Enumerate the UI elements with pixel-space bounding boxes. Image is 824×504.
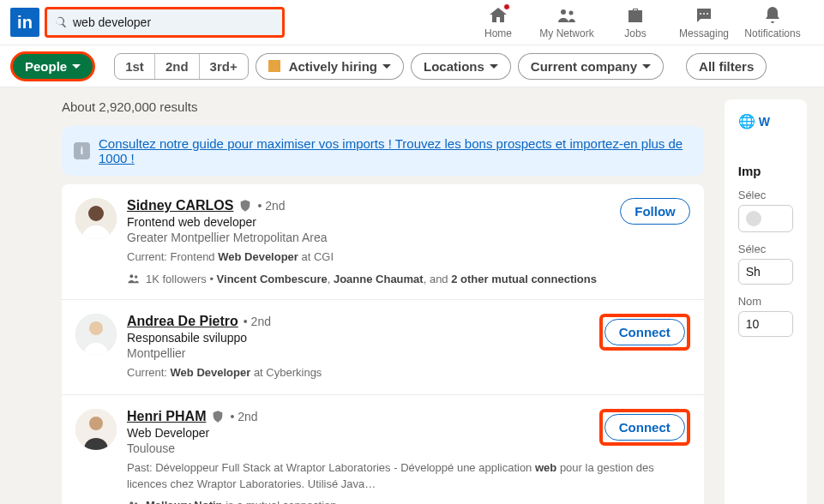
sidebar-panel: 🌐 W Imp Sélec Sélec Sh Nom 10 [725, 99, 807, 504]
caret-down-icon [72, 64, 81, 69]
person-headline: Frontend web developer [127, 215, 690, 229]
person-name[interactable]: Henri PHAM [127, 409, 206, 424]
info-banner-link[interactable]: Consultez notre guide pour maximiser vos… [99, 136, 692, 165]
filter-1st[interactable]: 1st [115, 54, 155, 79]
info-banner: i Consultez notre guide pour maximiser v… [62, 126, 704, 176]
caret-down-icon [490, 64, 498, 69]
verified-icon [238, 199, 252, 213]
connection-degree: • 2nd [230, 410, 257, 423]
highlight-annotation: Connect [599, 314, 690, 351]
svg-point-2 [700, 13, 701, 15]
search-icon [54, 15, 68, 29]
filter-current-company[interactable]: Current company [518, 53, 664, 80]
person-past: Past: Développeur Full Stack at Wraptor … [127, 460, 690, 491]
person-current: Current: Web Developer at Cyberkings [127, 365, 690, 381]
svg-point-1 [569, 11, 574, 15]
caret-down-icon [642, 64, 651, 69]
people-icon [127, 272, 141, 285]
svg-point-4 [707, 13, 708, 15]
nav-messaging[interactable]: Messaging [670, 5, 738, 39]
nav-home-label: Home [484, 27, 512, 39]
filter-hiring-label: Actively hiring [289, 59, 377, 74]
sidebar-heading: Imp [738, 164, 793, 178]
connection-degree-filter[interactable]: 1st 2nd 3rd+ [114, 53, 248, 80]
person-location: Greater Montpellier Metropolitan Area [127, 231, 690, 244]
sidebar-label: Nom [738, 295, 793, 308]
linkedin-logo[interactable]: in [10, 8, 39, 37]
sidebar-input[interactable]: 10 [738, 311, 793, 337]
mutual-connections[interactable]: 1K followers • Vincent Combescure, Joann… [127, 272, 690, 285]
svg-point-10 [89, 321, 103, 335]
svg-point-3 [703, 13, 705, 15]
svg-point-6 [88, 206, 104, 221]
nav-network-label: My Network [539, 27, 593, 39]
result-item: Sidney CARLOS • 2nd Frontend web develop… [62, 184, 704, 300]
filter-3rd[interactable]: 3rd+ [200, 54, 248, 79]
network-icon [556, 5, 577, 26]
results-list: Sidney CARLOS • 2nd Frontend web develop… [62, 184, 704, 504]
filter-locations-label: Locations [424, 59, 484, 74]
filter-2nd[interactable]: 2nd [155, 54, 200, 79]
filter-actively-hiring[interactable]: Actively hiring [256, 53, 404, 80]
filter-people[interactable]: People [10, 51, 95, 81]
sidebar-label: Sélec [738, 189, 793, 201]
sidebar-label: Sélec [738, 243, 793, 255]
globe-icon: 🌐 [738, 113, 755, 129]
svg-point-7 [129, 275, 133, 279]
svg-point-8 [135, 276, 137, 279]
nav-messaging-label: Messaging [679, 27, 729, 39]
nav-jobs[interactable]: Jobs [601, 5, 670, 39]
connection-degree: • 2nd [244, 315, 271, 328]
people-icon [127, 499, 141, 504]
sidebar-w: W [759, 115, 770, 129]
hiring-badge-icon [268, 60, 280, 72]
mutual-connections[interactable]: Mallaury Notin is a mutual connection [127, 499, 690, 504]
info-icon: i [74, 142, 90, 159]
filter-company-label: Current company [531, 59, 637, 74]
avatar[interactable] [75, 409, 117, 450]
sidebar-select[interactable]: Sh [738, 259, 793, 285]
jobs-icon [625, 5, 646, 26]
results-count: About 2,920,000 results [62, 99, 704, 114]
nav-network[interactable]: My Network [532, 5, 601, 39]
caret-down-icon [382, 64, 391, 69]
bell-icon [762, 5, 783, 26]
nav-notifications[interactable]: Notifications [738, 5, 807, 39]
result-item: Andrea De Pietro • 2nd Responsabile svil… [62, 300, 704, 395]
search-box[interactable] [45, 7, 285, 38]
filter-locations[interactable]: Locations [411, 53, 511, 80]
verified-icon [211, 410, 225, 423]
search-input[interactable] [73, 15, 275, 29]
filter-people-label: People [25, 59, 67, 74]
highlight-annotation: Connect [599, 409, 690, 446]
nav-jobs-label: Jobs [624, 27, 646, 39]
messaging-icon [694, 5, 714, 26]
svg-point-0 [561, 9, 566, 15]
result-item: Henri PHAM • 2nd Web Developer Toulouse … [62, 395, 704, 504]
person-name[interactable]: Sidney CARLOS [127, 198, 233, 213]
nav-home[interactable]: Home [464, 5, 532, 39]
sidebar-select[interactable] [738, 205, 793, 232]
svg-point-12 [89, 417, 103, 430]
connect-button[interactable]: Connect [604, 319, 685, 345]
person-name[interactable]: Andrea De Pietro [127, 314, 238, 329]
avatar[interactable] [75, 314, 117, 355]
filter-all-label: All filters [699, 59, 754, 74]
avatar[interactable] [75, 198, 117, 239]
nav-notifications-label: Notifications [744, 27, 800, 39]
connect-button[interactable]: Connect [604, 414, 685, 441]
notification-dot [503, 3, 510, 10]
follow-button[interactable]: Follow [620, 198, 690, 225]
connection-degree: • 2nd [257, 199, 285, 213]
person-current: Current: Frontend Web Developer at CGI [127, 249, 690, 265]
filter-all[interactable]: All filters [686, 53, 767, 80]
